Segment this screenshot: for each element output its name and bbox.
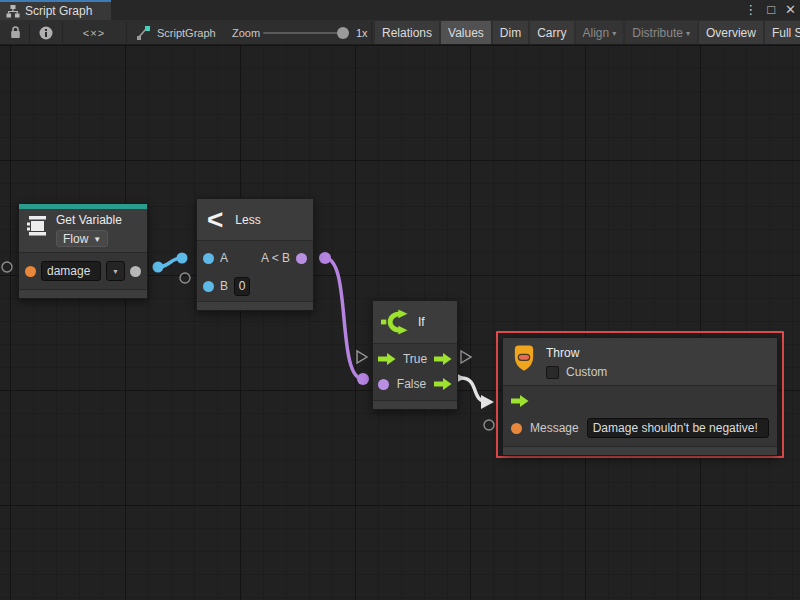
dropdown-arrow-icon: ▼ [112, 268, 119, 275]
node-title: Get Variable [56, 213, 122, 227]
graph-toolbar: <×> ScriptGraph Zoom 1x Relations Values… [0, 20, 800, 45]
node-footer [373, 400, 457, 409]
custom-label: Custom [566, 365, 607, 379]
port-row-false: False [378, 374, 452, 394]
variable-name-port[interactable] [25, 266, 36, 277]
condition-input-port[interactable] [378, 379, 389, 390]
wire-less-to-if[interactable] [325, 258, 363, 379]
unconnected-port-indicator [484, 420, 494, 430]
variable-picker-dropdown[interactable]: ▼ [106, 261, 125, 281]
port-row-b: B 0 [203, 275, 307, 297]
node-title: Throw [546, 346, 607, 360]
node-if[interactable]: If True False [372, 300, 458, 410]
message-label: Message [530, 421, 579, 435]
zoom-label: Zoom [232, 20, 260, 45]
custom-checkbox[interactable] [546, 366, 559, 379]
values-button[interactable]: Values [441, 21, 491, 44]
window-menu-icon[interactable]: ⋮ [744, 0, 757, 20]
selection-outline: Throw Custom Mess [496, 331, 784, 458]
flow-input-port[interactable] [378, 353, 396, 365]
graph-tab-icon [6, 5, 20, 18]
script-graph-window: Script Graph ⋮ □ ✕ <×> [0, 0, 800, 600]
graph-name: ScriptGraph [157, 27, 216, 39]
lock-button[interactable] [2, 20, 28, 45]
node-less[interactable]: < Less A A < B B 0 [196, 198, 314, 311]
chevron-down-icon: ▾ [612, 29, 616, 38]
close-icon[interactable]: ✕ [785, 0, 796, 20]
input-a-port[interactable] [203, 253, 214, 264]
message-input[interactable] [587, 418, 769, 438]
dim-button[interactable]: Dim [493, 21, 528, 44]
script-graph-icon [136, 25, 151, 40]
node-throw[interactable]: Throw Custom Mess [502, 337, 778, 456]
maximize-icon[interactable]: □ [767, 0, 775, 20]
unconnected-port-indicator [2, 262, 12, 272]
node-footer [503, 446, 777, 455]
exception-shield-icon [511, 344, 537, 373]
input-b-value[interactable]: 0 [234, 277, 250, 296]
overview-button[interactable]: Overview [699, 21, 763, 44]
variable-scope-dropdown[interactable]: Flow ▼ [56, 230, 108, 247]
tab-label: Script Graph [25, 4, 92, 18]
align-button[interactable]: Align ▾ [576, 21, 624, 44]
unconnected-port-indicator [180, 273, 190, 283]
node-title: Less [235, 213, 260, 227]
true-output-port[interactable] [434, 353, 452, 365]
false-output-port[interactable] [434, 378, 452, 390]
code-icon: <×> [83, 27, 105, 39]
title-bar: Script Graph ⋮ □ ✕ [0, 0, 800, 20]
dropdown-arrow-icon: ▼ [93, 235, 101, 244]
graph-canvas[interactable]: Get Variable Flow ▼ ▼ < [0, 45, 800, 600]
info-icon [39, 26, 53, 40]
carry-button[interactable]: Carry [530, 21, 573, 44]
port-row-a: A A < B [203, 247, 307, 269]
comparison-output-port[interactable] [296, 253, 307, 264]
node-title: If [418, 315, 425, 329]
variable-name-input[interactable] [41, 261, 101, 281]
distribute-button[interactable]: Distribute ▾ [625, 21, 697, 44]
zoom-value: 1x [356, 20, 368, 45]
node-footer [19, 289, 147, 298]
wire-if-to-throw[interactable] [461, 378, 488, 402]
chevron-down-icon: ▾ [686, 29, 690, 38]
input-b-port[interactable] [203, 281, 214, 292]
unconnected-flow-indicator [461, 351, 471, 363]
variable-value-output-port[interactable] [130, 266, 141, 277]
comparison-output-label: A < B [261, 251, 290, 265]
zoom-slider[interactable] [263, 32, 346, 34]
less-than-icon: < [207, 208, 223, 232]
variable-row: ▼ [19, 253, 147, 289]
toolbar-toggle-group: Relations Values Dim Carry Align ▾ Distr… [375, 21, 800, 44]
full-screen-button[interactable]: Full Screen [765, 21, 800, 44]
graph-breadcrumb[interactable]: ScriptGraph [136, 20, 216, 45]
unconnected-flow-indicator [357, 351, 367, 363]
edit-source-button[interactable]: <×> [64, 20, 124, 45]
port-row-flow [511, 393, 769, 409]
relations-button[interactable]: Relations [375, 21, 439, 44]
wire-damage-to-a[interactable] [158, 258, 182, 267]
variable-box-icon [25, 213, 49, 238]
port-row-true: True [378, 349, 452, 369]
node-get-variable[interactable]: Get Variable Flow ▼ ▼ [18, 203, 148, 299]
zoom-slider-handle[interactable] [337, 27, 349, 39]
branch-icon [381, 309, 408, 335]
port-row-message: Message [511, 417, 769, 439]
message-input-port[interactable] [511, 423, 522, 434]
node-footer [197, 301, 313, 310]
inspect-button[interactable] [31, 20, 61, 45]
flow-input-port[interactable] [511, 395, 529, 407]
tab-script-graph[interactable]: Script Graph [0, 0, 111, 20]
lock-icon [10, 26, 21, 39]
